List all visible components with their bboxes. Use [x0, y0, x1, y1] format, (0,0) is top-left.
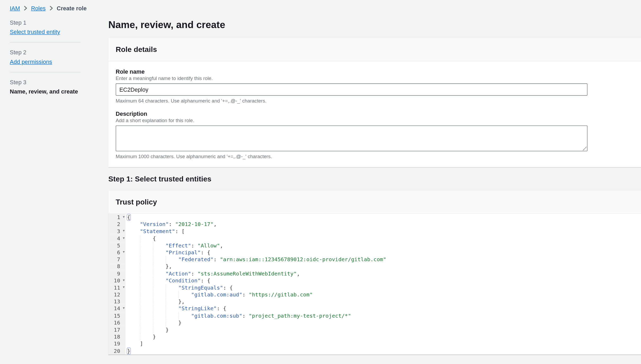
code-text[interactable]: "StringEquals": { — [126, 284, 233, 291]
step-2-link-add-permissions[interactable]: Add permissions — [10, 58, 52, 65]
code-line: 2"Version": "2012-10-17", — [108, 221, 641, 228]
line-number: 2 — [108, 221, 126, 228]
steps-nav-step-3: Step 3 Name, review, and create — [10, 78, 82, 95]
code-line: 17} — [108, 326, 641, 334]
step1-section-heading: Step 1: Select trusted entities — [108, 175, 641, 184]
line-number: 18 — [108, 333, 126, 340]
role-details-header: Role details — [108, 38, 641, 61]
role-name-field: Role name Enter a meaningful name to ide… — [116, 68, 641, 104]
trust-policy-editor[interactable]: 1▾{2"Version": "2012-10-17",3▾"Statement… — [108, 214, 641, 355]
line-number: 12 — [108, 291, 126, 298]
line-number: 15 — [108, 312, 126, 319]
line-number: 19 — [108, 340, 126, 348]
description-constraint: Maximum 1000 characters. Use alphanumeri… — [116, 153, 641, 160]
description-field: Description Add a short explanation for … — [116, 110, 641, 160]
steps-nav-step-2: Step 2 Add permissions — [10, 49, 82, 65]
main-content: Name, review, and create Role details Ro… — [108, 12, 641, 364]
code-text[interactable]: } — [126, 326, 169, 334]
line-number: 20 — [108, 347, 126, 354]
steps-nav: Step 1 Select trusted entity Step 2 Add … — [10, 19, 82, 364]
code-line: 15"gitlab.com:sub": "project_path:my-tes… — [108, 312, 641, 319]
breadcrumb: IAM Roles Create role — [0, 0, 641, 12]
fold-arrow-icon[interactable]: ▾ — [123, 214, 125, 221]
chevron-right-icon — [24, 6, 27, 11]
line-number: 3▾ — [108, 228, 126, 235]
code-text[interactable]: "Federated": "arn:aws:iam::123456789012:… — [126, 256, 386, 263]
line-number: 5 — [108, 242, 126, 249]
description-hint: Add a short explanation for this role. — [116, 117, 641, 124]
code-text[interactable]: { — [126, 235, 156, 242]
fold-arrow-icon[interactable]: ▾ — [123, 277, 125, 284]
code-line: 4▾{ — [108, 235, 641, 242]
line-number: 13 — [108, 298, 126, 305]
fold-arrow-icon[interactable]: ▾ — [123, 228, 125, 235]
code-text[interactable]: "Principal": { — [126, 249, 210, 256]
code-line: 14▾"StringLike": { — [108, 305, 641, 312]
fold-arrow-icon[interactable]: ▾ — [123, 284, 125, 291]
fold-arrow-icon[interactable]: ▾ — [123, 248, 125, 256]
description-label: Description — [116, 110, 641, 117]
trust-policy-title: Trust policy — [116, 197, 641, 206]
description-textarea[interactable] — [116, 126, 587, 151]
code-text[interactable]: { — [126, 214, 130, 221]
code-line: 12"gitlab.com:aud": "https://gitlab.com" — [108, 291, 641, 298]
steps-nav-divider — [10, 72, 81, 73]
code-text[interactable]: "Action": "sts:AssumeRoleWithWebIdentity… — [126, 270, 300, 277]
fold-arrow-icon[interactable]: ▾ — [123, 234, 125, 242]
code-text[interactable]: } — [126, 319, 181, 326]
step-1-label: Step 1 — [10, 19, 82, 26]
iam-create-role-page: IAM Roles Create role Step 1 Select trus… — [0, 0, 641, 364]
code-text[interactable]: ] — [126, 340, 143, 348]
fold-arrow-icon[interactable]: ▾ — [123, 305, 125, 312]
line-number: 16 — [108, 319, 126, 326]
code-line: 7"Federated": "arn:aws:iam::123456789012… — [108, 256, 641, 263]
code-line: 20} — [108, 347, 641, 354]
code-line: 11▾"StringEquals": { — [108, 284, 641, 291]
code-line: 5"Effect": "Allow", — [108, 242, 641, 249]
step-3-label: Step 3 — [10, 78, 82, 86]
code-line: 9"Action": "sts:AssumeRoleWithWebIdentit… — [108, 270, 641, 277]
code-text[interactable]: }, — [126, 263, 172, 270]
code-line: 6▾"Principal": { — [108, 249, 641, 256]
trust-policy-card: Trust policy 1▾{2"Version": "2012-10-17"… — [108, 190, 641, 355]
trust-policy-header: Trust policy — [108, 190, 641, 213]
code-text[interactable]: "gitlab.com:sub": "project_path:my-test-… — [126, 312, 351, 319]
code-line: 3▾"Statement": [ — [108, 228, 641, 235]
code-line: 10▾"Condition": { — [108, 277, 641, 284]
step-1-link-select-trusted-entity[interactable]: Select trusted entity — [10, 28, 60, 35]
line-number: 6▾ — [108, 249, 126, 256]
role-name-constraint: Maximum 64 characters. Use alphanumeric … — [116, 98, 641, 104]
step-2-label: Step 2 — [10, 49, 82, 56]
code-line: 19] — [108, 340, 641, 348]
role-name-label: Role name — [116, 68, 641, 75]
role-details-card: Role details Role name Enter a meaningfu… — [108, 38, 641, 167]
code-line: 18} — [108, 333, 641, 340]
line-number: 8 — [108, 263, 126, 270]
code-text[interactable]: "Version": "2012-10-17", — [126, 221, 217, 228]
role-name-input[interactable] — [116, 83, 587, 96]
breadcrumb-link-iam[interactable]: IAM — [10, 5, 20, 12]
steps-nav-divider — [10, 42, 81, 43]
page-title: Name, review, and create — [108, 19, 641, 31]
code-line: 16} — [108, 319, 641, 326]
code-line: 13}, — [108, 298, 641, 305]
role-name-hint: Enter a meaningful name to identify this… — [116, 75, 641, 82]
breadcrumb-link-roles[interactable]: Roles — [31, 5, 46, 12]
code-text[interactable]: "gitlab.com:aud": "https://gitlab.com" — [126, 291, 313, 298]
step2-section-heading: Step 2: Add permissions — [108, 362, 641, 364]
code-text[interactable]: "Statement": [ — [126, 228, 185, 235]
line-number: 7 — [108, 256, 126, 263]
breadcrumb-current: Create role — [57, 5, 87, 12]
code-text[interactable]: } — [126, 333, 156, 340]
code-text[interactable]: "Condition": { — [126, 277, 210, 284]
code-text[interactable]: } — [126, 347, 130, 354]
code-text[interactable]: "StringLike": { — [126, 305, 226, 312]
steps-nav-step-1: Step 1 Select trusted entity — [10, 19, 82, 35]
code-line: 1▾{ — [108, 214, 641, 221]
line-number: 10▾ — [108, 277, 126, 284]
role-details-title: Role details — [116, 45, 641, 54]
code-text[interactable]: "Effect": "Allow", — [126, 242, 223, 249]
code-text[interactable]: }, — [126, 298, 185, 305]
line-number: 4▾ — [108, 235, 126, 242]
line-number: 11▾ — [108, 284, 126, 291]
